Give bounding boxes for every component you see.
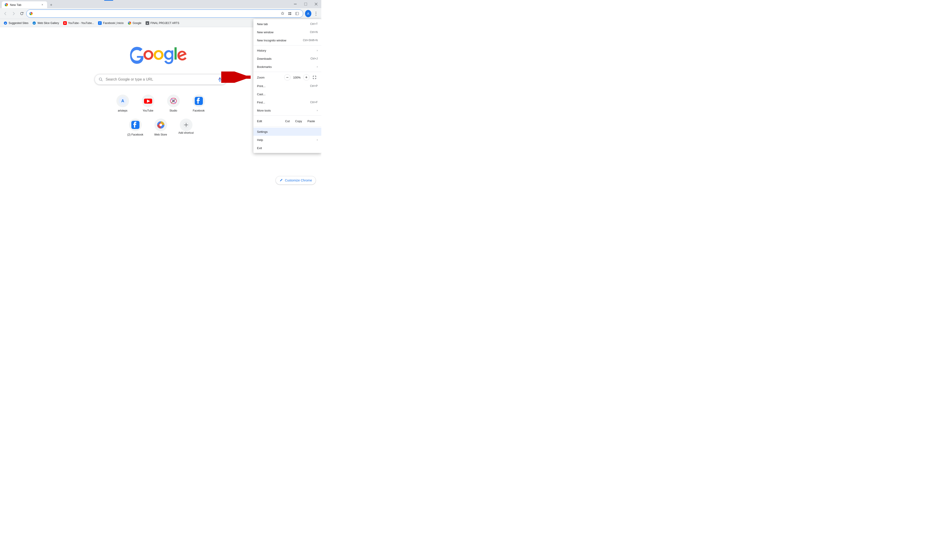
bookmark-favicon-google [128, 21, 131, 25]
shortcut-add[interactable]: Add shortcut [175, 116, 197, 139]
menu-item-arrow: › [317, 109, 318, 112]
bookmark-favicon-finalproject: ★ [146, 21, 149, 25]
bookmark-star-button[interactable] [279, 11, 286, 17]
menu-item-more-tools[interactable]: More tools › [253, 106, 321, 114]
menu-item-history[interactable]: History › [253, 46, 321, 55]
svg-rect-8 [289, 12, 290, 13]
zoom-row: Zoom − 100% + [253, 73, 321, 82]
menu-item-arrow: › [317, 49, 318, 52]
menu-item-label: Exit [257, 146, 318, 150]
bookmark-suggested-sites[interactable]: ★ Suggested Sites [2, 20, 30, 26]
shortcut-icon-webstore [154, 118, 167, 131]
menu-item-downloads[interactable]: Downloads Ctrl+J [253, 55, 321, 63]
zoom-in-button[interactable]: + [303, 74, 310, 80]
menu-item-new-window[interactable]: New window Ctrl+N [253, 28, 321, 36]
customize-chrome-button[interactable]: Customize Chrome [276, 176, 316, 185]
search-bar[interactable] [95, 74, 227, 85]
voice-search-button[interactable] [217, 76, 223, 83]
menu-item-label: New tab [257, 22, 310, 26]
chrome-menu-button[interactable]: ⋮ [312, 10, 319, 17]
extensions-button[interactable] [287, 11, 293, 17]
menu-item-label: More tools [257, 109, 317, 112]
menu-item-print[interactable]: Print... Ctrl+P [253, 82, 321, 90]
sidebar-button[interactable] [294, 11, 300, 17]
menu-item-help[interactable]: Help › [253, 136, 321, 144]
svg-rect-3 [304, 3, 307, 5]
window-close-button[interactable] [311, 0, 321, 8]
zoom-value: 100% [292, 76, 301, 79]
fullscreen-button[interactable] [311, 74, 318, 80]
svg-rect-12 [295, 12, 299, 15]
back-button[interactable] [2, 10, 9, 17]
zoom-out-button[interactable]: − [284, 74, 290, 80]
bookmark-favicon-suggested: ★ [4, 21, 7, 25]
svg-text:W: W [33, 22, 35, 25]
menu-item-shortcut: Ctrl+J [310, 57, 318, 60]
menu-item-shortcut: Ctrl+Shift+N [303, 39, 318, 42]
bookmark-web-slice[interactable]: W Web Slice Gallery [31, 20, 61, 26]
search-input[interactable] [106, 77, 214, 82]
svg-rect-11 [290, 14, 291, 15]
menu-divider-1 [253, 45, 321, 46]
address-input[interactable] [35, 12, 278, 15]
menu-item-incognito[interactable]: New Incognito window Ctrl+Shift+N [253, 36, 321, 45]
menu-item-label: Bookmarks [257, 65, 317, 69]
menu-item-label: Cast... [257, 92, 318, 96]
edit-label: Edit [257, 120, 282, 123]
menu-item-find[interactable]: Find... Ctrl+F [253, 98, 321, 106]
tab-title: New Tab [10, 3, 39, 6]
menu-item-new-tab[interactable]: New tab Ctrl+T [253, 20, 321, 28]
google-logo [130, 45, 191, 67]
menu-item-settings[interactable]: Settings [253, 128, 321, 136]
copy-button[interactable]: Copy [292, 118, 304, 124]
menu-item-bookmarks[interactable]: Bookmarks › [253, 63, 321, 71]
new-tab-button[interactable]: + [48, 2, 54, 8]
shortcut-webstore[interactable]: Web Store [150, 116, 171, 139]
shortcut-youtube[interactable]: YouTube [137, 92, 159, 115]
tab-strip: New Tab × + [0, 0, 54, 8]
forward-button[interactable] [10, 10, 17, 17]
svg-line-27 [101, 80, 102, 81]
reload-button[interactable] [18, 10, 25, 17]
shortcut-label-facebook: Facebook [193, 109, 205, 112]
tab-close-button[interactable]: × [40, 3, 45, 7]
bookmark-final-project[interactable]: ★ FINAL PROJECT ARTS [144, 20, 181, 26]
svg-point-31 [219, 78, 220, 79]
bookmark-google[interactable]: Google [126, 20, 144, 26]
window-controls [290, 0, 321, 8]
menu-item-exit[interactable]: Exit [253, 144, 321, 152]
profile-button[interactable]: A [305, 11, 311, 17]
bookmark-label: Google [133, 22, 142, 25]
menu-item-label: History [257, 49, 317, 52]
search-icon [99, 77, 103, 82]
svg-point-32 [220, 78, 221, 79]
edit-row: Edit Cut Copy Paste [253, 117, 321, 126]
paste-button[interactable]: Paste [305, 118, 318, 124]
shortcut-studio[interactable]: Studio [162, 92, 184, 115]
menu-item-cast[interactable]: Cast... [253, 90, 321, 98]
shortcut-label-webstore: Web Store [154, 133, 167, 136]
bookmark-label: Suggested Sites [9, 22, 28, 25]
profile-avatar: A [305, 10, 311, 17]
cut-button[interactable]: Cut [282, 118, 292, 124]
shortcut-artsteps[interactable]: A artsteps [112, 92, 134, 115]
shortcut-facebook[interactable]: Facebook [188, 92, 210, 115]
bookmark-facebook[interactable]: f Facebook | Inicio [96, 20, 125, 26]
menu-item-label: New Incognito window [257, 39, 303, 42]
window-restore-button[interactable] [301, 0, 311, 8]
shortcut-facebook2[interactable]: (2) Facebook [125, 116, 146, 139]
menu-item-arrow: › [317, 138, 318, 142]
svg-text:A: A [121, 98, 124, 103]
window-minimize-button[interactable] [290, 0, 301, 8]
svg-point-48 [159, 123, 162, 126]
bookmark-youtube[interactable]: YouTube - YouTube... [61, 20, 96, 26]
menu-item-label: Find... [257, 101, 310, 104]
shortcut-label-studio: Studio [169, 109, 177, 112]
shortcuts-row-1: A artsteps YouTube [112, 92, 210, 115]
active-tab[interactable]: New Tab × [2, 2, 47, 8]
google-icon [29, 12, 33, 15]
title-bar: New Tab × + [0, 0, 321, 8]
menu-item-label: New window [257, 31, 310, 34]
address-bar[interactable] [26, 9, 303, 18]
svg-rect-9 [290, 12, 291, 13]
